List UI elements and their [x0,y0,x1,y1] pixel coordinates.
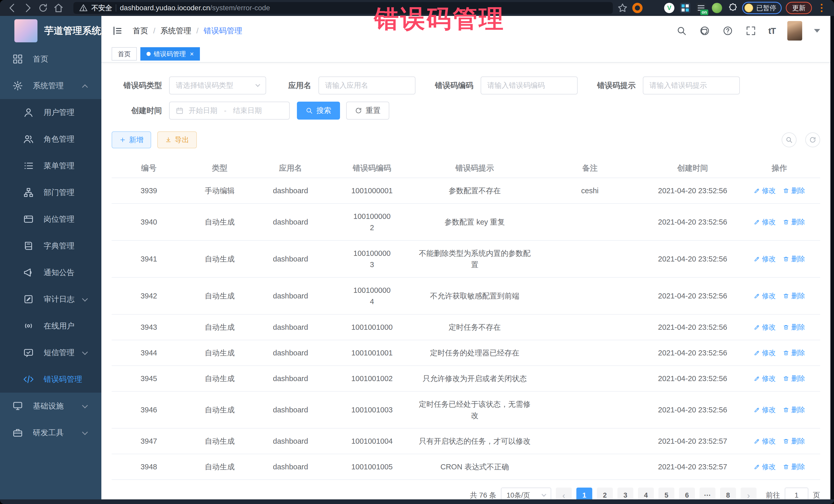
page-button-4[interactable]: 4 [638,487,654,499]
edit-link-label: 修改 [762,436,776,447]
delete-link[interactable]: 删除 [783,185,805,196]
breadcrumb-system[interactable]: 系统管理 [160,26,191,36]
edit-link[interactable]: 修改 [754,404,776,415]
plus-icon [119,136,126,143]
delete-link[interactable]: 删除 [783,404,805,415]
extension-grid-icon[interactable] [680,3,690,13]
search-button[interactable]: 搜索 [297,102,340,119]
tab-home[interactable]: 首页 [112,47,137,61]
fullscreen-icon[interactable] [745,25,756,37]
browser-profile-chip[interactable]: 已暂停 [742,2,782,14]
bookmark-star-icon[interactable] [617,2,628,14]
table-row: 3948自动生成dashboard1001001005CRON 表达式不正确20… [112,454,820,480]
page-button-6[interactable]: 6 [679,487,695,499]
user-avatar[interactable] [787,21,802,41]
page-button-1[interactable]: 1 [576,487,592,499]
edit-link[interactable]: 修改 [754,253,776,265]
extension-key-icon[interactable] [712,3,722,13]
page-button-8[interactable]: 8 [720,487,736,499]
sidebar-item-home[interactable]: 首页 [0,46,101,72]
delete-link-label: 删除 [791,253,805,265]
delete-link[interactable]: 删除 [783,253,805,265]
page-button-3[interactable]: 3 [617,487,633,499]
collapse-sidebar-icon[interactable] [112,25,123,37]
sidebar-item-menu-management[interactable]: 菜单管理 [0,152,101,179]
sidebar-item-dev-tools[interactable]: 研发工具 [0,419,101,446]
edit-link[interactable]: 修改 [754,216,776,227]
help-icon[interactable] [722,25,733,37]
sidebar-item-error-code-management[interactable]: 错误码管理 [0,366,101,393]
reset-button[interactable]: 重置 [346,102,389,119]
app-name-input[interactable] [319,76,415,94]
delete-link[interactable]: 删除 [783,290,805,302]
github-icon[interactable] [699,25,710,37]
sidebar-item-system-management[interactable]: 系统管理 [0,72,101,99]
filter-row-1: 错误码类型 请选择错误码类型 应用名 错误码编码 错误码提示 [112,76,820,94]
delete-link[interactable]: 删除 [783,216,805,227]
error-type-select[interactable]: 请选择错误码类型 [169,76,266,94]
browser-forward-icon [22,2,34,14]
sidebar-item-post-management[interactable]: 岗位管理 [0,206,101,233]
edit-link[interactable]: 修改 [754,347,776,358]
sidebar-item-audit-log[interactable]: 审计日志 [0,286,101,312]
extension-gem-icon[interactable] [648,3,658,13]
extensions-puzzle-icon[interactable] [728,3,738,13]
column-header: 错误码提示 [416,163,533,174]
cell-created-time: 2021-04-20 23:52:56 [647,210,739,235]
sidebar-logo-row[interactable]: 芋道管理系统 [0,16,101,46]
breadcrumb-home[interactable]: 首页 [133,26,148,36]
delete-link[interactable]: 删除 [783,373,805,384]
edit-link[interactable]: 修改 [754,185,776,196]
edit-link[interactable]: 修改 [754,373,776,384]
refresh-table-button[interactable] [805,132,820,147]
prev-page-button[interactable]: ‹ [556,487,572,499]
error-msg-input[interactable] [643,76,740,94]
edit-link[interactable]: 修改 [754,290,776,302]
font-size-icon[interactable]: tT [768,26,775,36]
address-bar[interactable]: 不安全 dashboard.yudao.iocoder.cn/system/er… [73,2,613,14]
delete-link[interactable]: 删除 [783,436,805,447]
browser-back-icon[interactable] [7,2,18,14]
sidebar-item-role-management[interactable]: 角色管理 [0,126,101,152]
extension-list-icon[interactable]: on [696,3,706,13]
add-button[interactable]: 新增 [112,131,151,148]
goto-page-input[interactable] [785,487,808,499]
browser-forward-icon[interactable] [22,2,34,14]
browser-update-button[interactable]: 更新 [786,2,812,14]
extension-vue-icon[interactable]: V [664,3,674,13]
page-ellipsis[interactable]: ··· [700,487,716,499]
delete-link[interactable]: 删除 [783,461,805,473]
browser-reload-icon[interactable] [38,2,49,14]
sidebar-item-user-management[interactable]: 用户管理 [0,99,101,126]
browser-home-icon[interactable] [53,2,64,14]
extension-orange-icon[interactable] [632,3,642,13]
edit-link-label: 修改 [762,322,776,333]
sidebar-item-dict-management[interactable]: 字典管理 [0,233,101,259]
export-button[interactable]: 导出 [157,131,197,148]
delete-link[interactable]: 删除 [783,347,805,358]
toggle-search-button[interactable] [782,132,796,147]
error-code-input[interactable] [481,76,578,94]
tab-close-icon[interactable]: × [190,50,194,57]
sidebar-item-online-users[interactable]: 在线用户 [0,312,101,339]
sidebar-item-infrastructure[interactable]: 基础设施 [0,393,101,419]
search-icon[interactable] [676,25,687,37]
edit-link[interactable]: 修改 [754,436,776,447]
edit-link[interactable]: 修改 [754,322,776,333]
page-button-2[interactable]: 2 [597,487,613,499]
avatar-caret-icon[interactable] [814,29,820,32]
browser-menu-kebab-icon[interactable] [816,2,827,14]
page-size-select[interactable]: 10条/页 [501,487,551,499]
tab-error-code[interactable]: 错误码管理 × [140,47,200,61]
delete-link-label: 删除 [791,461,805,473]
sidebar-item-dept-management[interactable]: 部门管理 [0,179,101,206]
next-page-button[interactable]: › [741,487,756,499]
edit-link[interactable]: 修改 [754,461,776,473]
sidebar-item-notice-announcement[interactable]: 通知公告 [0,259,101,286]
page-button-5[interactable]: 5 [658,487,674,499]
cell-type: 自动生成 [186,283,253,308]
date-range-picker[interactable]: 开始日期 - 结束日期 [169,102,290,119]
trash-icon [783,256,789,262]
delete-link[interactable]: 删除 [783,322,805,333]
sidebar-item-sms-management[interactable]: 短信管理 [0,339,101,366]
